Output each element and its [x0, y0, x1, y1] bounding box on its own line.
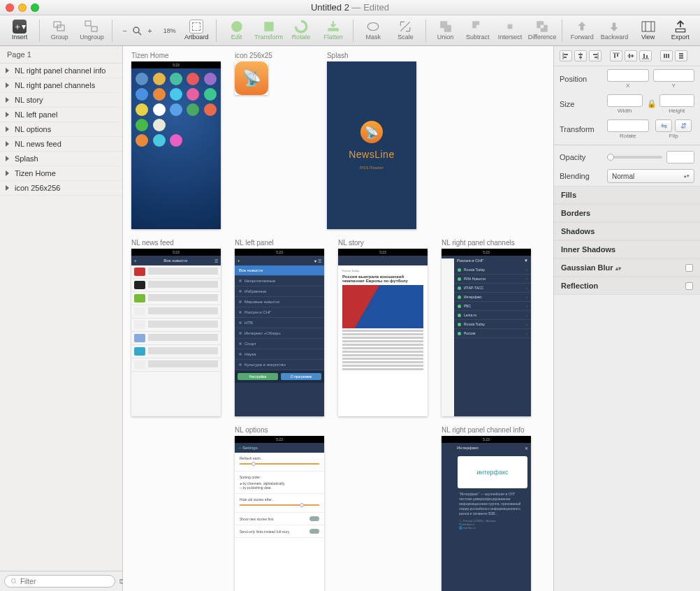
zoom-icon [131, 25, 143, 36]
flip-vertical-button[interactable]: ⇵ [675, 119, 692, 132]
union-button[interactable]: Union [430, 17, 460, 45]
align-bottom-button[interactable] [639, 50, 652, 61]
layer-item[interactable]: Splash [0, 152, 122, 166]
artboard-channels[interactable]: NL right panel channels 5:23 Россия и СН… [442, 239, 531, 416]
flip-horizontal-button[interactable]: ⇋ [655, 119, 672, 132]
svg-rect-14 [676, 29, 685, 31]
svg-rect-24 [593, 54, 597, 55]
opacity-slider[interactable] [607, 156, 662, 159]
shadows-panel[interactable]: Shadows [554, 222, 700, 240]
svg-rect-40 [679, 57, 683, 59]
artboard-icon[interactable]: icon 256x25 📡 [235, 52, 272, 229]
export-button[interactable]: Export [665, 17, 696, 45]
gaussian-checkbox[interactable] [685, 264, 693, 272]
opacity-input[interactable] [666, 151, 694, 163]
zoom-in-button[interactable]: + [144, 25, 155, 36]
sidebar-footer: ⧉ 9 [0, 571, 122, 591]
reflection-checkbox[interactable] [685, 282, 693, 290]
artboard-news-feed[interactable]: NL news feed 5:23 +Все новости☰ [131, 239, 221, 416]
borders-panel[interactable]: Borders [554, 204, 700, 222]
align-top-button[interactable] [610, 50, 622, 61]
zoom-value[interactable]: 18% [159, 17, 180, 45]
artboard-splash[interactable]: Splash 📡 NewsLine RSS Reader [327, 52, 416, 229]
layer-item[interactable]: NL right panel channels [0, 78, 122, 93]
layer-item[interactable]: Tizen Home [0, 166, 122, 181]
artboard-tizen-home[interactable]: Tizen Home 5:23 [131, 52, 221, 229]
svg-rect-10 [508, 24, 513, 29]
backward-button[interactable]: Backward [599, 17, 629, 45]
align-left-button[interactable] [560, 50, 572, 61]
artboard-left-panel[interactable]: NL left panel 5:23 +♥ ☰ Все новости Непр… [235, 239, 324, 416]
canvas[interactable]: Tizen Home 5:23 icon 256x25 📡 Sp [123, 46, 553, 591]
edit-button[interactable]: Edit [221, 17, 251, 45]
width-input[interactable] [607, 94, 643, 107]
svg-rect-36 [666, 54, 667, 58]
artboard-story[interactable]: NL story 5:23 Russia Today Россия выигра… [338, 239, 428, 416]
svg-rect-19 [564, 57, 567, 58]
svg-rect-35 [664, 54, 665, 58]
difference-button[interactable]: Difference [527, 17, 557, 45]
inner-shadows-panel[interactable]: Inner Shadows [554, 240, 700, 258]
align-right-button[interactable] [589, 50, 601, 61]
svg-rect-8 [328, 28, 339, 31]
fills-panel[interactable]: Fills [554, 186, 700, 204]
svg-rect-25 [595, 57, 597, 58]
group-button[interactable]: Group [44, 17, 75, 45]
artboard-channel-info[interactable]: NL right panel channel info 5:23 Интерфа… [442, 426, 531, 591]
transform-button[interactable]: Transform [254, 17, 284, 45]
svg-rect-34 [646, 55, 648, 58]
svg-point-15 [11, 578, 15, 583]
toolbar-divider [39, 20, 40, 42]
blending-select[interactable]: Normal▴▾ [607, 169, 694, 183]
filter-input[interactable] [4, 575, 115, 588]
distribute-v-button[interactable] [675, 50, 687, 61]
svg-rect-28 [617, 54, 618, 57]
align-hcenter-button[interactable] [574, 50, 587, 61]
document-name: Untitled 2 [311, 2, 349, 13]
zoom-out-button[interactable]: − [119, 25, 130, 36]
artboard-button[interactable]: Artboard [181, 17, 212, 45]
artboard-options[interactable]: NL options 5:23 ← Settings Refresh each.… [235, 426, 324, 591]
lock-aspect-icon[interactable]: 🔒 [647, 99, 655, 109]
gaussian-blur-panel[interactable]: Gaussian Blur▴▾ [554, 258, 700, 277]
distribute-h-button[interactable] [660, 50, 673, 61]
reflection-panel[interactable]: Reflection [554, 277, 700, 295]
svg-line-5 [138, 32, 141, 35]
layer-list: NL right panel channel infoNL right pane… [0, 64, 122, 196]
window-titlebar: Untitled 2 — Edited [0, 0, 700, 15]
svg-rect-2 [85, 21, 91, 26]
layer-item[interactable]: icon 256x256 [0, 181, 122, 196]
blending-row: Blending Normal▴▾ [554, 166, 700, 186]
layer-item[interactable]: NL news feed [0, 137, 122, 152]
layer-item[interactable]: NL story [0, 93, 122, 108]
scale-button[interactable]: Scale [390, 17, 421, 45]
svg-rect-22 [579, 57, 582, 58]
intersect-button[interactable]: Intersect [495, 17, 525, 45]
flatten-button[interactable]: Flatten [318, 17, 349, 45]
insert-button[interactable]: ＋▾ Insert [4, 17, 35, 45]
rotate-button[interactable]: Rotate [286, 17, 316, 45]
rotate-input[interactable] [607, 119, 649, 132]
position-x-input[interactable] [607, 69, 649, 82]
layer-item[interactable]: NL left panel [0, 108, 122, 122]
position-y-input[interactable] [653, 69, 695, 82]
size-row: Size Width 🔒 Height [554, 92, 700, 117]
svg-rect-3 [92, 27, 97, 31]
opacity-row: Opacity [554, 148, 700, 166]
svg-point-9 [367, 22, 379, 30]
page-label[interactable]: Page 1 [0, 46, 122, 64]
height-input[interactable] [659, 94, 695, 107]
svg-rect-27 [614, 54, 615, 58]
layer-item[interactable]: NL options [0, 122, 122, 137]
forward-button[interactable]: Forward [567, 17, 597, 45]
subtract-button[interactable]: Subtract [462, 17, 493, 45]
svg-rect-21 [578, 54, 583, 55]
svg-rect-18 [564, 54, 568, 55]
view-button[interactable]: View [633, 17, 664, 45]
align-vcenter-button[interactable] [625, 50, 637, 61]
svg-rect-7 [264, 22, 273, 31]
layer-item[interactable]: NL right panel channel info [0, 64, 122, 78]
mask-button[interactable]: Mask [358, 17, 388, 45]
ungroup-button[interactable]: Ungroup [76, 17, 107, 45]
toolbar: ＋▾ Insert Group Ungroup − + 18% Artboard… [0, 15, 700, 46]
